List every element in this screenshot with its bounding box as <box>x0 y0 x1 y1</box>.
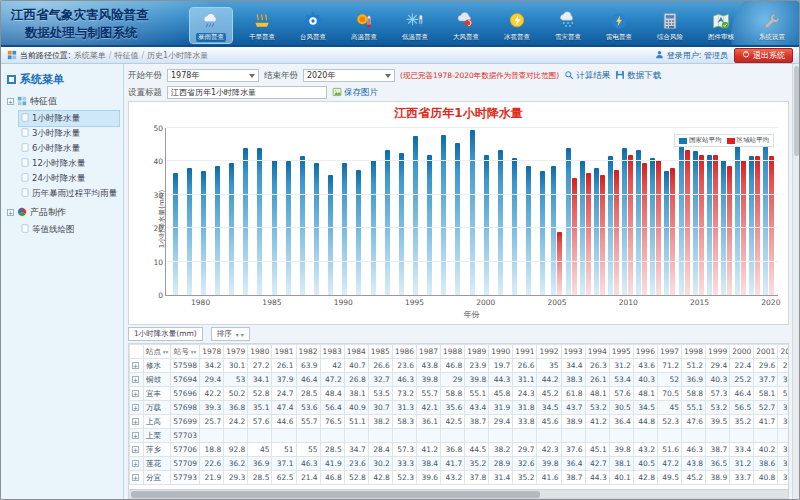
toolbar-item-lightning[interactable]: 雷电普查 <box>598 8 640 43</box>
bar-regional-2014[interactable] <box>685 150 690 295</box>
row-expand-icon[interactable]: + <box>132 446 139 453</box>
breadcrumb-item[interactable]: 系统菜单 <box>74 51 106 60</box>
bar-national-2001[interactable] <box>498 150 503 295</box>
breadcrumb-item[interactable]: 特征值 <box>114 51 138 60</box>
station-column-header[interactable]: 站点 ▾▾ <box>144 345 171 359</box>
bar-national-1980[interactable] <box>201 171 206 295</box>
table-row[interactable]: +莲花5770922.636.236.937.146.341.923.630.2… <box>130 457 790 471</box>
bar-national-1981[interactable] <box>215 166 220 295</box>
table-row[interactable]: +铜鼓5769429.45334.137.946.447.226.832.746… <box>130 373 790 387</box>
table-row[interactable]: +萍乡5770618.892.845515528.534.728.457.341… <box>130 443 790 457</box>
bar-national-2008[interactable] <box>594 168 599 295</box>
tree-expander-icon[interactable]: + <box>7 98 14 105</box>
toolbar-item-snow-cloud[interactable]: 雪灾普查 <box>547 8 589 43</box>
bar-national-2004[interactable] <box>540 171 545 295</box>
bar-regional-2005[interactable] <box>557 232 562 295</box>
bar-national-1997[interactable] <box>441 135 446 295</box>
column-sort-icon[interactable]: ▾▾ <box>161 349 168 355</box>
horizontal-scrollbar-thumb[interactable] <box>131 491 540 498</box>
bar-national-2016[interactable] <box>707 155 712 295</box>
start-year-select[interactable]: 1978年 <box>167 69 259 82</box>
bar-national-1989[interactable] <box>328 175 333 295</box>
bar-national-1990[interactable] <box>342 163 347 295</box>
bar-national-1993[interactable] <box>385 150 390 295</box>
vertical-scrollbar[interactable] <box>792 64 799 499</box>
bar-national-1999[interactable] <box>470 130 475 295</box>
toolbar-item-sun-thermometer[interactable]: 高温普查 <box>343 8 385 43</box>
bar-regional-2010[interactable] <box>628 155 633 295</box>
table-row[interactable]: +宜丰5769642.250.252.824.728.548.438.153.5… <box>130 387 790 401</box>
bar-national-1982[interactable] <box>229 163 234 295</box>
table-row[interactable]: +修水5759834.230.127.226.163.94240.726.623… <box>130 359 790 373</box>
toolbar-item-map-audit[interactable]: 图件审核 <box>700 8 742 43</box>
bar-national-1998[interactable] <box>455 143 460 295</box>
toolbar-item-wrench[interactable]: 系统设置 <box>751 8 793 43</box>
row-expand-icon[interactable]: + <box>132 376 139 383</box>
bar-regional-2008[interactable] <box>600 175 605 295</box>
bar-national-2019[interactable] <box>749 156 754 295</box>
bar-national-1983[interactable] <box>243 148 248 295</box>
bar-regional-2017[interactable] <box>727 166 732 295</box>
tree-item-12小时降水量[interactable]: 12小时降水量 <box>19 156 119 171</box>
bar-national-2018[interactable] <box>735 145 740 295</box>
bar-national-1978[interactable] <box>173 173 178 295</box>
download-button[interactable]: 数据下载 <box>615 70 661 82</box>
station-id-column-header[interactable]: 站号 ▾▾ <box>171 345 200 359</box>
bar-regional-2006[interactable] <box>572 178 577 295</box>
sort-select[interactable]: 排序 ▾ ▾ <box>211 327 250 341</box>
logout-button[interactable]: 退出系统 <box>734 48 793 63</box>
bar-national-2003[interactable] <box>526 166 531 295</box>
toolbar-item-calculator[interactable]: 综合风险 <box>649 8 691 43</box>
bar-national-2000[interactable] <box>484 155 489 295</box>
row-expand-icon[interactable]: + <box>132 432 139 439</box>
toolbar-item-hail[interactable]: 冰雹普查 <box>496 8 538 43</box>
bar-national-1987[interactable] <box>300 156 305 295</box>
bar-national-1979[interactable] <box>187 168 192 295</box>
tree-expander-icon[interactable]: + <box>7 209 14 216</box>
chart-title-input[interactable]: 江西省历年1小时降水量 <box>167 86 327 99</box>
bar-regional-2019[interactable] <box>755 156 760 295</box>
row-expand-icon[interactable]: + <box>132 362 139 369</box>
bar-national-2007[interactable] <box>580 161 585 295</box>
calculate-button[interactable]: 计算结果 <box>564 70 610 82</box>
bar-regional-2016[interactable] <box>713 155 718 295</box>
bar-national-2014[interactable] <box>679 141 684 295</box>
breadcrumb-item[interactable]: 历史1小时降水量 <box>147 51 208 60</box>
horizontal-scrollbar[interactable] <box>129 489 788 498</box>
table-row[interactable]: +上栗57703 <box>130 429 790 443</box>
bar-national-1996[interactable] <box>427 155 432 295</box>
bar-national-2015[interactable] <box>693 151 698 295</box>
tree-item-6小时降水量[interactable]: 6小时降水量 <box>19 141 119 156</box>
bar-national-2010[interactable] <box>622 148 627 295</box>
bar-national-1991[interactable] <box>356 170 361 295</box>
toolbar-item-wind-cloud[interactable]: 大风普查 <box>445 8 487 43</box>
unit-box[interactable]: 1小时降水量(mm) <box>128 327 203 341</box>
tree-group-产品制作[interactable]: +产品制作 <box>7 206 119 219</box>
bar-regional-2013[interactable] <box>670 168 675 295</box>
bar-regional-2011[interactable] <box>642 163 647 295</box>
bar-regional-2007[interactable] <box>586 173 591 295</box>
bar-national-2013[interactable] <box>664 171 669 295</box>
bar-regional-2015[interactable] <box>699 155 704 295</box>
bar-national-2009[interactable] <box>608 156 613 295</box>
bar-national-1988[interactable] <box>314 163 319 295</box>
bar-regional-2009[interactable] <box>614 170 619 295</box>
row-expand-icon[interactable]: + <box>132 460 139 467</box>
row-expand-icon[interactable]: + <box>132 404 139 411</box>
bar-national-1984[interactable] <box>257 148 262 295</box>
bar-national-2005[interactable] <box>551 166 556 295</box>
bar-regional-2020[interactable] <box>769 156 774 295</box>
bar-national-1994[interactable] <box>399 153 404 295</box>
column-sort-icon[interactable]: ▾▾ <box>189 349 196 355</box>
table-row[interactable]: +分宜5779321.929.328.562.521.446.852.842.8… <box>130 471 790 485</box>
row-expand-icon[interactable]: + <box>132 390 139 397</box>
tree-item-24小时降水量[interactable]: 24小时降水量 <box>19 171 119 186</box>
table-row[interactable]: +上高5769925.724.257.644.655.776.551.138.2… <box>130 415 790 429</box>
row-expand-icon[interactable]: + <box>132 418 139 425</box>
toolbar-item-rain-cloud[interactable]: 暴雨普查 <box>190 8 232 43</box>
toolbar-item-snow-thermometer[interactable]: 低温普查 <box>394 8 436 43</box>
table-row[interactable]: +万载5769839.336.835.147.453.656.440.930.7… <box>130 401 790 415</box>
end-year-select[interactable]: 2020年 <box>303 69 395 82</box>
tree-item-1小时降水量[interactable]: 1小时降水量 <box>19 111 119 126</box>
save-image-button[interactable]: 保存图片 <box>332 87 378 99</box>
